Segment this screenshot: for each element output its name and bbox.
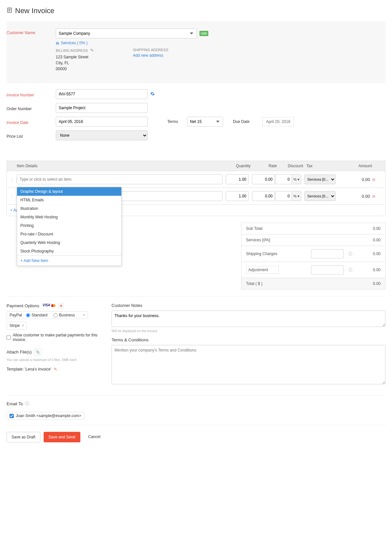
info-icon[interactable]: ⓘ: [348, 251, 352, 257]
due-date-value: April 20, 2016: [262, 117, 294, 126]
template-name: 'Lena's Invoice': [25, 367, 51, 372]
customer-name-label: Customer Name: [7, 29, 56, 35]
dropdown-option[interactable]: Pro-rate / Discount: [17, 230, 121, 238]
save-send-button[interactable]: Save and Send: [44, 432, 80, 442]
allow-partial-label: Allow customer to make partial payments …: [13, 333, 112, 342]
terms-select[interactable]: Net 15: [187, 117, 223, 127]
email-to-title: Email To: [7, 401, 23, 406]
paypal-standard-radio[interactable]: [26, 313, 30, 317]
visa-icon: VISA: [43, 303, 50, 308]
customer-notes-input[interactable]: [112, 311, 385, 327]
info-icon[interactable]: ⓘ: [348, 267, 352, 273]
adjustment-label-input[interactable]: Adjustment: [246, 266, 279, 274]
paypal-chip: PayPal Standard Business ×: [7, 311, 88, 319]
services-link[interactable]: Services ( 0% ): [61, 41, 88, 45]
drag-handle-icon[interactable]: ⋮⋮: [10, 177, 17, 182]
adjustment-input[interactable]: [311, 265, 344, 274]
summary-subtotal: Sub Total 0.00: [241, 223, 385, 234]
rate-input[interactable]: [252, 174, 275, 184]
customer-notes-title: Customer Notes: [112, 303, 385, 308]
terms-label: Terms: [167, 119, 187, 124]
dropdown-option[interactable]: Monthly Web Hosting: [17, 213, 121, 221]
invoice-number-input[interactable]: [56, 89, 148, 99]
dropdown-option[interactable]: Graphic Design & layout: [17, 187, 121, 196]
email-recipient-checkbox[interactable]: [10, 414, 14, 418]
payment-settings-icon[interactable]: ✿: [58, 303, 64, 309]
attach-help: You can upload a maximum of 5 files, 5MB…: [7, 358, 112, 362]
billing-address: 123 Sample Street City, FL 00000: [56, 54, 133, 72]
rate-input[interactable]: [252, 191, 275, 201]
add-shipping-link[interactable]: Add new address: [133, 53, 210, 58]
dropdown-option[interactable]: Printing: [17, 221, 121, 230]
template-label: Template:: [7, 367, 24, 372]
invoice-number-settings-icon[interactable]: [150, 91, 155, 97]
allow-partial-checkbox[interactable]: [7, 335, 11, 340]
discount-input[interactable]: [275, 191, 292, 201]
customer-select[interactable]: Sample Company: [56, 29, 197, 38]
due-date-label: Due Date: [233, 119, 259, 124]
tax-select[interactable]: Services [0...: [304, 191, 336, 201]
email-recipient-text: Joan Smith <sample@example.com>: [16, 413, 81, 418]
attach-file-button[interactable]: 📎: [34, 349, 42, 355]
shipping-address-title: SHIPPING ADDRESS: [133, 48, 210, 52]
invoice-icon: [7, 7, 12, 15]
discount-unit[interactable]: % ▾: [292, 174, 301, 184]
summary-services: Services [0%] 0.00: [241, 234, 385, 246]
payment-options-title: Payment Options VISA ✿: [7, 303, 112, 309]
terms-input[interactable]: [112, 345, 385, 384]
page-title-text: New Invoice: [15, 7, 54, 15]
discount-unit[interactable]: % ▾: [292, 191, 301, 201]
dropdown-option[interactable]: HTML Emails: [17, 196, 121, 204]
summary-total: Total ( $ ) 0.00: [241, 278, 385, 290]
page-title: New Invoice: [7, 7, 385, 15]
info-icon[interactable]: ⓘ: [25, 401, 29, 407]
dropdown-option[interactable]: Quarterly Web Hosting: [17, 238, 121, 247]
notes-help: Will be displayed on the invoice: [112, 329, 385, 333]
item-row: ⋮⋮ % ▾ Services [0... 0.00 ⊗ Graphic Des…: [7, 171, 385, 188]
summary-shipping: Shipping Charges ⓘ 0.00: [241, 246, 385, 262]
services-icon: ▤: [56, 41, 59, 45]
invoice-date-input[interactable]: [56, 117, 148, 127]
edit-billing-icon[interactable]: ✎: [90, 48, 94, 53]
attach-title: Attach File(s): [7, 350, 32, 354]
dropdown-option[interactable]: Stock Photography: [17, 247, 121, 255]
amount-cell: 0.00: [337, 194, 370, 199]
email-recipient-chip: Joan Smith <sample@example.com>: [7, 412, 84, 420]
order-number-label: Order Number: [7, 105, 56, 111]
items-header: Item Details Quantity Rate Discount Tax …: [7, 161, 385, 171]
delete-row-icon[interactable]: ⊗: [372, 177, 382, 182]
summary-adjustment: Adjustment ⓘ 0.00: [241, 262, 385, 278]
shipping-input[interactable]: [311, 249, 344, 258]
save-draft-button[interactable]: Save as Draft: [7, 432, 40, 442]
invoice-number-label: Invoice Number: [7, 91, 56, 97]
item-dropdown: Graphic Design & layout HTML Emails Illu…: [17, 187, 122, 266]
billing-address-title: BILLING ADDRESS: [56, 49, 88, 52]
mastercard-icon: [51, 303, 56, 308]
stripe-chip: Stripe ×: [7, 322, 27, 330]
qty-input[interactable]: [226, 174, 249, 184]
item-select-input[interactable]: [17, 174, 222, 184]
terms-title: Terms & Conditions: [112, 337, 385, 342]
invoice-date-label: Invoice Date: [7, 118, 56, 125]
amount-cell: 0.00: [337, 177, 370, 182]
add-new-item-link[interactable]: + Add New Item: [17, 255, 121, 266]
delete-row-icon[interactable]: ⊗: [372, 194, 382, 199]
qty-input[interactable]: [226, 191, 249, 201]
remove-stripe-icon[interactable]: ×: [22, 323, 24, 328]
tax-select[interactable]: Services [0...: [304, 174, 336, 184]
edit-template-icon[interactable]: ✎: [54, 367, 57, 372]
order-number-input[interactable]: [56, 103, 148, 113]
dropdown-option[interactable]: Illustration: [17, 204, 121, 213]
cancel-button[interactable]: Cancel: [84, 432, 105, 442]
price-list-select[interactable]: None: [56, 131, 148, 140]
currency-badge: USD: [199, 31, 208, 36]
paypal-business-radio[interactable]: [53, 313, 58, 317]
svg-point-2: [53, 304, 55, 307]
discount-input[interactable]: [275, 174, 292, 184]
drag-handle-icon[interactable]: ⋮⋮: [10, 194, 17, 199]
remove-paypal-icon[interactable]: ×: [83, 313, 85, 317]
price-list-label: Price List: [7, 132, 56, 139]
